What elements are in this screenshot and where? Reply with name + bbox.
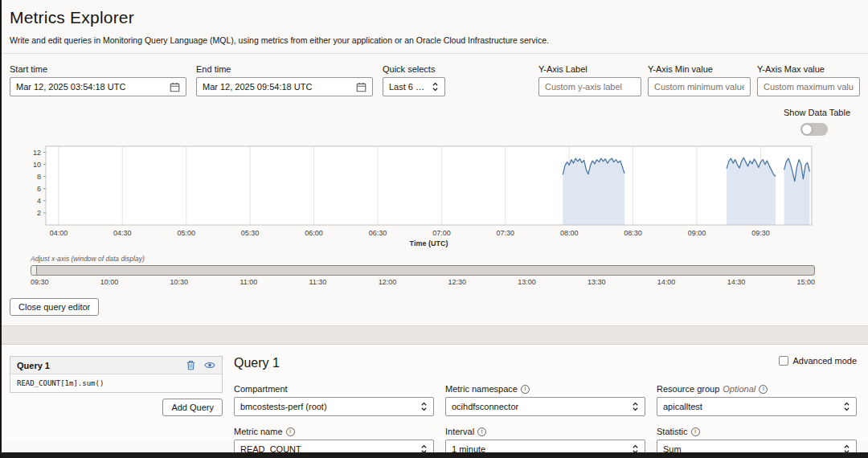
svg-text:05:00: 05:00 [177,229,195,237]
metric-name-label: Metric name [234,427,283,436]
metric-namespace-value: ocihdfsconnector [452,402,518,411]
svg-text:04:00: 04:00 [50,229,68,237]
svg-text:09:30: 09:30 [751,229,770,237]
svg-text:Time (UTC): Time (UTC) [410,239,448,247]
show-data-table-label: Show Data Table [784,108,850,117]
x-adjust-tick: 12:00 [379,278,397,286]
svg-text:12: 12 [33,149,41,157]
compartment-value: bmcostests-perf (root) [240,402,327,411]
eye-icon[interactable] [204,361,215,370]
chevron-updown-icon [632,401,639,412]
y-axis-controls-group: Y-Axis Label Y-Axis Min value Y-Axis Max… [538,64,860,96]
optional-hint: Optional [723,384,755,394]
toggle-knob [802,125,812,134]
page-description: Write and edit queries in Monitoring Que… [10,35,858,45]
quick-selects-value: Last 6 hours [389,82,427,92]
x-adjust-tick: 11:00 [240,278,257,286]
x-adjust-label: Adjust x-axis (window of data display) [31,255,868,263]
calendar-icon[interactable] [170,82,180,92]
query-card[interactable]: Query 1 READ_COUNT[1m].sum() [10,356,223,393]
section-divider [2,325,868,345]
info-icon[interactable]: i [691,427,700,436]
quick-selects-label: Quick selects [383,64,445,74]
chevron-updown-icon [420,401,428,412]
info-icon[interactable]: i [521,385,530,394]
close-query-editor-button[interactable]: Close query editor [10,298,99,316]
svg-text:4: 4 [37,197,41,205]
x-adjust-tick: 12:30 [448,278,466,286]
info-icon[interactable]: i [759,385,768,394]
svg-text:09:00: 09:00 [688,229,706,237]
advanced-mode-checkbox[interactable] [779,356,788,366]
y-axis-max-input[interactable] [757,77,860,96]
compartment-label: Compartment [234,384,288,394]
query-detail-column: Query 1 Advanced mode Compartment bmcost… [234,356,857,442]
resource-group-select[interactable]: apicalltest [657,397,857,416]
svg-text:04:30: 04:30 [113,229,132,237]
start-time-value: Mar 12, 2025 03:54:18 UTC [16,82,125,92]
x-axis-slider[interactable] [31,265,815,276]
query-list-column: Query 1 READ_COUNT[1m].sum() Add Query [10,356,223,442]
show-data-table-row: Show Data Table [2,96,868,136]
svg-text:8: 8 [37,173,41,181]
slider-handle[interactable] [31,266,37,275]
x-adjust-tick: 11:30 [309,278,327,286]
quick-selects-dropdown[interactable]: Last 6 hours [383,77,445,96]
query-editor-title: Query 1 [234,356,280,370]
end-time-value: Mar 12, 2025 09:54:18 UTC [203,82,312,92]
y-axis-min-input[interactable] [648,77,751,96]
start-time-label: Start time [10,64,186,74]
end-time-label: End time [196,64,373,74]
metric-namespace-select[interactable]: ocihdfsconnector [445,397,645,416]
compartment-select[interactable]: bmcostests-perf (root) [234,397,434,416]
y-axis-label-input[interactable] [538,77,641,96]
resource-group-label: Resource group [657,384,719,394]
y-axis-min-label: Y-Axis Min value [648,64,751,74]
statistic-label: Statistic [657,427,688,436]
time-controls-row: Start time Mar 12, 2025 03:54:18 UTC End… [2,54,868,96]
svg-text:06:00: 06:00 [305,229,323,237]
chart-area: 04:0004:3005:0005:3006:0006:3007:0007:30… [24,142,868,251]
chevron-updown-icon [843,401,850,412]
query-card-title: Query 1 [17,361,50,370]
advanced-mode-control[interactable]: Advanced mode [779,356,858,366]
metrics-chart: 04:0004:3005:0005:3006:0006:3007:0007:30… [24,142,816,248]
x-adjust-tick: 13:00 [518,278,536,286]
x-adjust-tick: 10:00 [100,278,119,286]
calendar-icon[interactable] [356,82,366,92]
end-time-input[interactable]: Mar 12, 2025 09:54:18 UTC [196,77,373,96]
query-card-header: Query 1 [10,357,222,374]
trash-icon[interactable] [186,360,196,370]
show-data-table-toggle[interactable] [800,123,828,136]
svg-text:2: 2 [37,209,41,217]
info-icon[interactable]: i [286,427,295,436]
x-adjust-tick: 14:00 [657,278,676,286]
advanced-mode-label: Advanced mode [793,356,858,366]
y-axis-label-label: Y-Axis Label [538,64,641,74]
x-adjust-tick: 15:00 [796,278,815,286]
svg-text:08:30: 08:30 [624,229,642,237]
info-icon[interactable]: i [477,427,486,436]
svg-text:05:30: 05:30 [241,229,260,237]
chevron-updown-icon [432,81,439,92]
y-axis-max-label: Y-Axis Max value [757,64,860,74]
interval-label: Interval [445,427,474,436]
query-expression[interactable]: READ_COUNT[1m].sum() [10,374,222,392]
svg-text:07:30: 07:30 [497,229,515,237]
svg-text:07:00: 07:00 [432,229,451,237]
svg-text:08:00: 08:00 [560,229,579,237]
start-time-input[interactable]: Mar 12, 2025 03:54:18 UTC [10,77,186,96]
x-adjust-ticks: 09:3010:0010:3011:0011:3012:0012:3013:00… [31,278,815,286]
svg-text:6: 6 [37,185,41,193]
metrics-explorer-page: Metrics Explorer Write and edit queries … [0,0,868,458]
query-form: Compartment bmcostests-perf (root) Metri… [234,384,857,458]
resource-group-value: apicalltest [663,402,702,411]
page-title: Metrics Explorer [10,8,858,27]
x-adjust-tick: 10:30 [170,278,189,286]
metric-namespace-label: Metric namespace [445,384,518,394]
x-adjust-tick: 09:30 [31,278,49,286]
svg-text:10: 10 [33,161,41,169]
query-editor-panel: Query 1 READ_COUNT[1m].sum() Add Query [2,345,868,442]
add-query-button[interactable]: Add Query [162,399,223,416]
svg-text:06:30: 06:30 [369,229,387,237]
